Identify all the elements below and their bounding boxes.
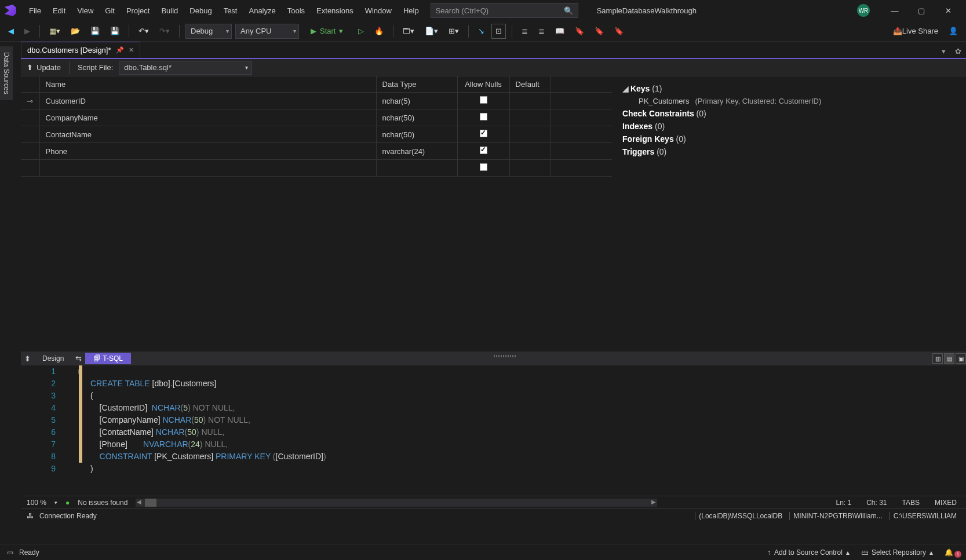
- cell-name[interactable]: Phone: [39, 143, 376, 160]
- menu-build[interactable]: Build: [155, 3, 184, 19]
- splitter-grip[interactable]: [494, 355, 517, 357]
- check-constraints-header[interactable]: Check Constraints: [622, 109, 694, 118]
- menu-view[interactable]: View: [71, 3, 99, 19]
- comment-button[interactable]: 📖: [552, 24, 568, 39]
- bookmark-prev-button[interactable]: 🔖: [591, 24, 607, 39]
- feedback-button[interactable]: 👤: [945, 24, 961, 39]
- script-file-dropdown[interactable]: dbo.Table.sql*: [119, 61, 252, 75]
- table-row[interactable]: ⊸ CustomerID nchar(5): [21, 93, 612, 109]
- zoom-level[interactable]: 100 %: [27, 499, 46, 507]
- avatar[interactable]: WR: [857, 4, 870, 17]
- menu-extensions[interactable]: Extensions: [311, 3, 359, 19]
- minimize-button[interactable]: —: [881, 2, 908, 19]
- checkbox[interactable]: [480, 163, 487, 171]
- cell-nulls[interactable]: [457, 93, 509, 109]
- table-row-new[interactable]: [21, 160, 612, 177]
- checkbox[interactable]: [480, 130, 487, 137]
- code-content[interactable]: CREATE TABLE [dbo].[Customers] ( [Custom…: [90, 365, 966, 475]
- col-header-default[interactable]: Default: [509, 76, 550, 93]
- cell-default[interactable]: [509, 143, 550, 160]
- step-into-button[interactable]: ↘: [475, 24, 488, 39]
- menu-tools[interactable]: Tools: [282, 3, 311, 19]
- table-row[interactable]: Phone nvarchar(24): [21, 143, 612, 160]
- output-icon[interactable]: ▭: [7, 548, 13, 557]
- cell-type[interactable]: nvarchar(24): [376, 143, 457, 160]
- select-repo-button[interactable]: 🗃 Select Repository ▴: [855, 548, 939, 557]
- row-handle[interactable]: [21, 143, 39, 160]
- triggers-header[interactable]: Triggers: [622, 147, 654, 156]
- step-over-button[interactable]: ⊡: [491, 24, 506, 39]
- keys-header[interactable]: Keys: [630, 84, 650, 93]
- menu-analyze[interactable]: Analyze: [243, 3, 281, 19]
- source-control-button[interactable]: ↑ Add to Source Control ▴: [761, 548, 855, 557]
- checkbox[interactable]: [480, 147, 487, 154]
- cell-name[interactable]: CompanyName: [39, 109, 376, 126]
- save-button[interactable]: 💾: [87, 24, 103, 39]
- cell-nulls[interactable]: [457, 126, 509, 143]
- search-input[interactable]: Search (Ctrl+Q) 🔍: [431, 3, 578, 18]
- split-horizontal-icon[interactable]: ▥: [932, 353, 943, 364]
- col-header-datatype[interactable]: Data Type: [376, 76, 457, 93]
- key-item[interactable]: PK_Customers(Primary Key, Clustered: Cus…: [622, 95, 956, 107]
- open-file-button[interactable]: 📂: [67, 24, 83, 39]
- swap-icon[interactable]: ⇆: [72, 353, 85, 365]
- cell-type[interactable]: nchar(5): [376, 93, 457, 109]
- menu-help[interactable]: Help: [398, 3, 425, 19]
- undo-button[interactable]: ↶▾: [135, 24, 152, 39]
- checkbox[interactable]: [480, 96, 487, 104]
- code-editor[interactable]: 123456789 ⊟ CREATE TABLE [dbo].[Customer…: [21, 365, 966, 496]
- bookmark-next-button[interactable]: 🔖: [611, 24, 627, 39]
- tab-tsql[interactable]: 🗐 T-SQL: [85, 353, 131, 364]
- new-project-button[interactable]: ▦▾: [46, 24, 64, 39]
- tab-overflow-button[interactable]: ▾: [937, 45, 950, 58]
- row-handle[interactable]: [21, 126, 39, 143]
- indent-left-button[interactable]: ≣: [518, 24, 531, 39]
- col-header-name[interactable]: Name: [39, 76, 376, 93]
- live-share-button[interactable]: 📤 Live Share: [890, 24, 942, 39]
- update-button[interactable]: ⬆Update: [27, 63, 61, 72]
- row-handle[interactable]: ⊸: [21, 93, 39, 109]
- maximize-button[interactable]: ▢: [908, 2, 935, 19]
- issues-text[interactable]: No issues found: [78, 499, 127, 507]
- line-indicator[interactable]: Ln: 1: [832, 499, 855, 507]
- cell-default[interactable]: [509, 126, 550, 143]
- checkbox[interactable]: [480, 113, 487, 120]
- menu-test[interactable]: Test: [218, 3, 243, 19]
- tabs-indicator[interactable]: TABS: [899, 499, 923, 507]
- table-row[interactable]: CompanyName nchar(50): [21, 109, 612, 126]
- pin-icon[interactable]: 📌: [116, 46, 124, 54]
- browse-button[interactable]: 🗔▾: [399, 24, 418, 39]
- table-row[interactable]: ContactName nchar(50): [21, 126, 612, 143]
- notifications-button[interactable]: 🔔1: [939, 548, 959, 557]
- close-button[interactable]: ✕: [935, 2, 961, 19]
- start-noDebug-button[interactable]: ▷: [355, 24, 367, 39]
- split-vertical-icon[interactable]: ▤: [944, 353, 954, 364]
- menu-file[interactable]: File: [23, 3, 47, 19]
- cell-nulls[interactable]: [457, 143, 509, 160]
- menu-debug[interactable]: Debug: [184, 3, 217, 19]
- tab-design[interactable]: Design: [34, 353, 72, 364]
- cell-type[interactable]: nchar(50): [376, 126, 457, 143]
- data-sources-tab[interactable]: Data Sources: [0, 46, 13, 100]
- cell-name[interactable]: ContactName: [39, 126, 376, 143]
- config-dropdown[interactable]: Debug: [185, 24, 232, 39]
- menu-git[interactable]: Git: [99, 3, 121, 19]
- menu-edit[interactable]: Edit: [47, 3, 71, 19]
- indexes-header[interactable]: Indexes: [622, 122, 652, 131]
- indent-right-button[interactable]: ≣: [535, 24, 548, 39]
- platform-dropdown[interactable]: Any CPU: [235, 24, 299, 39]
- expand-up-icon[interactable]: ⬍: [21, 353, 34, 365]
- split-pane-icon[interactable]: ▣: [956, 353, 966, 364]
- menu-window[interactable]: Window: [359, 3, 398, 19]
- bookmark-button[interactable]: 🔖: [571, 24, 588, 39]
- save-all-button[interactable]: 💾: [107, 24, 123, 39]
- lineend-indicator[interactable]: MIXED: [931, 499, 960, 507]
- zoom-chevron-icon[interactable]: ▾: [54, 500, 57, 506]
- file-button[interactable]: 📄▾: [421, 24, 442, 39]
- start-button[interactable]: ▶ Start ▾: [302, 24, 351, 39]
- h-scrollbar[interactable]: ◀▶: [136, 499, 657, 507]
- row-handle[interactable]: [21, 109, 39, 126]
- close-tab-icon[interactable]: ✕: [129, 46, 134, 54]
- char-indicator[interactable]: Ch: 31: [863, 499, 890, 507]
- nav-forward-button[interactable]: ▶: [21, 24, 34, 39]
